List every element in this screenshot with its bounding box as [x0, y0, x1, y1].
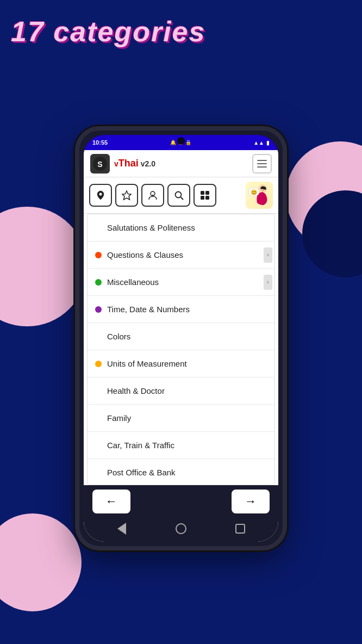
category-item[interactable]: Questions & Clauses›: [88, 242, 274, 269]
battery-icon: ▮: [266, 140, 270, 146]
page-title: 17 categories: [11, 15, 205, 48]
category-label: Questions & Clauses: [107, 250, 183, 259]
svg-point-14: [264, 188, 265, 189]
category-item[interactable]: Post Office & Bank: [88, 459, 274, 485]
svg-marker-3: [122, 191, 131, 200]
svg-text:😊: 😊: [251, 189, 258, 196]
category-dot: [95, 252, 102, 258]
forward-button[interactable]: →: [232, 490, 270, 513]
category-item[interactable]: Family: [88, 405, 274, 432]
category-item[interactable]: Car, Train & Traffic: [88, 432, 274, 459]
screen-content: S vThai v2.0: [84, 150, 278, 542]
system-navigation: [92, 518, 270, 538]
category-dot: [95, 361, 102, 367]
home-nav-button[interactable]: [173, 521, 189, 536]
category-item[interactable]: Health & Doctor: [88, 377, 274, 405]
favorites-button[interactable]: [115, 184, 138, 207]
home-circle-icon: [176, 523, 186, 534]
category-list: Salutations & PolitenessQuestions & Clau…: [88, 214, 274, 485]
category-dot: [95, 388, 102, 394]
category-item[interactable]: Miscellaneous›: [88, 269, 274, 296]
status-time: 10:55: [92, 139, 108, 146]
back-triangle-icon: [117, 523, 126, 535]
app-bar-left: S vThai v2.0: [90, 154, 155, 174]
category-item[interactable]: Salutations & Politeness: [88, 214, 274, 242]
category-dot: [95, 225, 102, 231]
lock-icon: 🔒: [185, 140, 191, 145]
svg-rect-11: [205, 196, 209, 200]
category-label: Time, Date & Numbers: [107, 305, 190, 314]
app-bar: S vThai v2.0: [84, 150, 278, 177]
search-button[interactable]: [167, 184, 190, 207]
back-nav-button[interactable]: [114, 521, 129, 536]
category-item[interactable]: Time, Date & Numbers: [88, 296, 274, 323]
mascot-image: 😊: [246, 182, 273, 209]
location-button[interactable]: [89, 184, 112, 207]
category-label: Colors: [107, 332, 130, 341]
icon-toolbar-left: [89, 184, 216, 207]
back-button[interactable]: ←: [92, 490, 130, 513]
wifi-icon: ▲▲: [253, 140, 264, 146]
category-list-section: Salutations & PolitenessQuestions & Clau…: [87, 214, 275, 485]
svg-line-7: [181, 197, 184, 200]
hamburger-line-1: [257, 160, 267, 161]
category-dot: [95, 306, 102, 313]
hamburger-line-2: [257, 163, 267, 164]
svg-rect-10: [201, 196, 204, 200]
category-label: Health & Doctor: [107, 386, 165, 395]
category-item[interactable]: Units of Measurement: [88, 350, 274, 377]
svg-point-2: [99, 193, 102, 196]
category-dot: [95, 279, 102, 286]
camera-notch: [177, 137, 185, 145]
category-label: Miscellaneous: [107, 277, 159, 287]
svg-point-13: [261, 188, 263, 189]
notification-icon: 🔔: [170, 140, 176, 145]
category-dot: [95, 442, 102, 449]
recents-nav-button[interactable]: [233, 521, 248, 536]
phone-device: 10:55 🔔 ⏰ 🔒 ▲▲ ▮ S: [75, 126, 287, 550]
hamburger-line-3: [257, 166, 267, 168]
bg-circle-bottom-left: [0, 513, 82, 611]
svg-rect-8: [201, 191, 204, 195]
status-right-icons: ▲▲ ▮: [253, 140, 270, 146]
svg-rect-9: [205, 191, 209, 195]
hamburger-menu[interactable]: [252, 154, 272, 174]
grid-button[interactable]: [194, 184, 216, 207]
category-dot: [95, 415, 102, 422]
profile-button[interactable]: [141, 184, 164, 207]
category-dot: [95, 333, 102, 340]
category-label: Family: [107, 413, 131, 423]
nav-arrows: ← →: [92, 490, 270, 513]
title-prefix: v: [114, 159, 118, 168]
app-logo: S: [90, 154, 110, 174]
app-title: vThai v2.0: [114, 158, 155, 169]
bottom-section: ← →: [84, 485, 278, 542]
app-version: v2.0: [139, 159, 155, 168]
phone-screen: 10:55 🔔 ⏰ 🔒 ▲▲ ▮ S: [84, 135, 278, 542]
category-label: Units of Measurement: [107, 359, 187, 368]
category-label: Salutations & Politeness: [107, 223, 195, 232]
category-label: Post Office & Bank: [107, 468, 176, 477]
category-label: Car, Train & Traffic: [107, 441, 174, 450]
recents-square-icon: [235, 524, 245, 534]
svg-text:S: S: [97, 160, 102, 169]
icon-toolbar: 😊: [84, 177, 278, 214]
category-item[interactable]: Colors: [88, 323, 274, 350]
bg-circle-left: [0, 207, 87, 326]
category-dot: [95, 469, 102, 476]
svg-point-6: [176, 192, 182, 198]
